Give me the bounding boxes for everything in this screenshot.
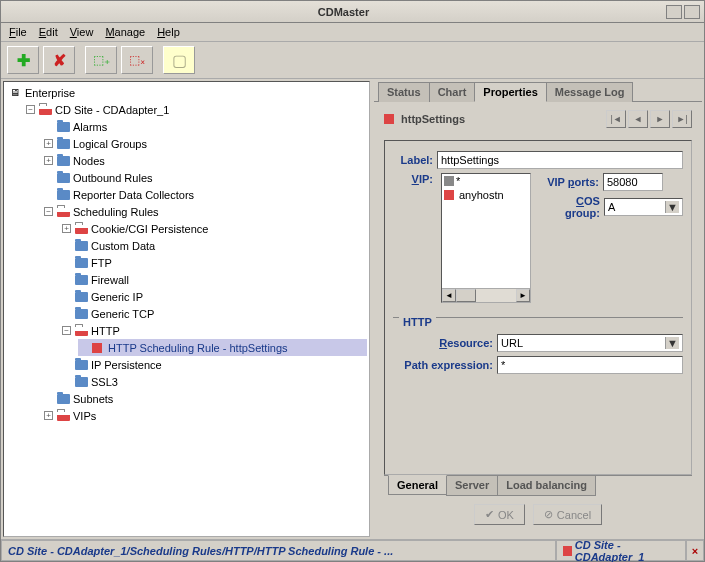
tree-reporter[interactable]: Reporter Data Collectors — [42, 186, 367, 203]
toggle-icon[interactable]: − — [62, 326, 71, 335]
note-button[interactable]: ▢ — [163, 46, 195, 74]
tree-ip-persist[interactable]: IP Persistence — [60, 356, 367, 373]
tree-nodes[interactable]: +Nodes — [42, 152, 367, 169]
tree-subnets[interactable]: Subnets — [42, 390, 367, 407]
resource-select[interactable]: URL ▼ — [497, 334, 683, 352]
tree-label: VIPs — [73, 410, 96, 422]
tree-label: Scheduling Rules — [73, 206, 159, 218]
tree-cookie[interactable]: +Cookie/CGI Persistence — [60, 220, 367, 237]
tree-generic-ip[interactable]: Generic IP — [60, 288, 367, 305]
tab-chart[interactable]: Chart — [429, 82, 476, 102]
statusbar: CD Site - CDAdapter_1/Scheduling Rules/H… — [1, 539, 704, 561]
menubar: File Edit View Manage Help — [1, 23, 704, 42]
path-label: Path expression: — [393, 359, 493, 371]
tree-label: HTTP Scheduling Rule - httpSettings — [108, 342, 288, 354]
tab-load-balancing[interactable]: Load balancing — [497, 476, 596, 496]
folder-icon — [75, 292, 88, 302]
folder-icon — [75, 377, 88, 387]
toggle-icon[interactable]: + — [44, 411, 53, 420]
folder-icon — [57, 139, 70, 149]
maximize-button[interactable] — [684, 5, 700, 19]
minimize-button[interactable] — [666, 5, 682, 19]
window-title: CDMaster — [21, 6, 666, 18]
status-close-button[interactable]: × — [686, 540, 704, 561]
tree-site[interactable]: − CD Site - CDAdapter_1 — [24, 101, 367, 118]
tree-firewall[interactable]: Firewall — [60, 271, 367, 288]
folder-icon — [75, 224, 88, 234]
ok-button[interactable]: ✔OK — [474, 504, 525, 525]
toggle-icon[interactable]: + — [44, 156, 53, 165]
menu-file[interactable]: File — [9, 26, 27, 38]
vip-item-all[interactable]: * — [442, 174, 530, 188]
toggle-icon[interactable]: + — [62, 224, 71, 233]
chevron-down-icon: ▼ — [665, 201, 679, 213]
nav-last-button[interactable]: ►| — [672, 110, 692, 128]
folder-icon — [75, 309, 88, 319]
tree-pane[interactable]: 🖥 Enterprise − CD Site - CDAdapter_1 Ala… — [3, 81, 370, 537]
ports-input[interactable] — [603, 173, 663, 191]
properties-panel: httpSettings |◄ ◄ ► ►| Label: — [374, 102, 702, 537]
tree-vips[interactable]: +VIPs — [42, 407, 367, 424]
toggle-icon[interactable]: − — [26, 105, 35, 114]
menu-view[interactable]: View — [70, 26, 94, 38]
tool-button-2[interactable]: ⬚ₓ — [121, 46, 153, 74]
status-site[interactable]: CD Site - CDAdapter_1 — [556, 540, 686, 561]
tree-http-rule[interactable]: HTTP Scheduling Rule - httpSettings — [78, 339, 367, 356]
properties-pane: Status Chart Properties Message Log http… — [374, 81, 702, 537]
menu-help[interactable]: Help — [157, 26, 180, 38]
folder-icon — [75, 275, 88, 285]
titlebar: CDMaster — [1, 1, 704, 23]
tree-generic-tcp[interactable]: Generic TCP — [60, 305, 367, 322]
tree-logical-groups[interactable]: +Logical Groups — [42, 135, 367, 152]
rule-icon — [92, 343, 102, 353]
menu-edit[interactable]: Edit — [39, 26, 58, 38]
tree-label: Generic IP — [91, 291, 143, 303]
tree-http[interactable]: −HTTP — [60, 322, 367, 339]
host-icon — [444, 190, 454, 200]
add-button[interactable]: ✚ — [7, 46, 39, 74]
tree-label: HTTP — [91, 325, 120, 337]
scroll-right-button[interactable]: ► — [516, 289, 530, 302]
scroll-left-button[interactable]: ◄ — [442, 289, 456, 302]
tab-general[interactable]: General — [388, 475, 447, 495]
tab-status[interactable]: Status — [378, 82, 430, 102]
scroll-thumb[interactable] — [456, 289, 476, 302]
tree-label: Generic TCP — [91, 308, 154, 320]
tree-alarms[interactable]: Alarms — [42, 118, 367, 135]
folder-icon — [75, 241, 88, 251]
label-input[interactable] — [437, 151, 683, 169]
folder-icon — [57, 190, 70, 200]
rule-icon — [384, 114, 394, 124]
tree-root[interactable]: 🖥 Enterprise — [6, 84, 367, 101]
cancel-button[interactable]: ⊘Cancel — [533, 504, 602, 525]
nav-first-button[interactable]: |◄ — [606, 110, 626, 128]
delete-button[interactable]: ✘ — [43, 46, 75, 74]
tree-ssl3[interactable]: SSL3 — [60, 373, 367, 390]
menu-manage[interactable]: Manage — [105, 26, 145, 38]
tab-properties[interactable]: Properties — [474, 82, 546, 102]
http-fieldset: HTTP Resource: URL ▼ Path expression: — [393, 317, 683, 378]
cos-select[interactable]: A ▼ — [604, 198, 683, 216]
vip-item-host[interactable]: anyhostn — [442, 188, 530, 202]
vip-listbox[interactable]: * anyhostn ◄ ► — [441, 173, 531, 303]
tree-custom[interactable]: Custom Data — [60, 237, 367, 254]
toggle-icon[interactable]: − — [44, 207, 53, 216]
toggle-icon[interactable]: + — [44, 139, 53, 148]
main-window: CDMaster File Edit View Manage Help ✚ ✘ … — [0, 0, 705, 562]
tool-button-1[interactable]: ⬚₊ — [85, 46, 117, 74]
label-label: Label: — [393, 154, 433, 166]
content-area: 🖥 Enterprise − CD Site - CDAdapter_1 Ala… — [1, 79, 704, 539]
tree-scheduling[interactable]: −Scheduling Rules — [42, 203, 367, 220]
nav-next-button[interactable]: ► — [650, 110, 670, 128]
tree-label: Logical Groups — [73, 138, 147, 150]
tab-server[interactable]: Server — [446, 476, 498, 496]
path-input[interactable] — [497, 356, 683, 374]
tree-outbound[interactable]: Outbound Rules — [42, 169, 367, 186]
folder-icon — [57, 411, 70, 421]
hscrollbar[interactable]: ◄ ► — [442, 288, 530, 302]
tree-ftp[interactable]: FTP — [60, 254, 367, 271]
folder-icon — [75, 326, 88, 336]
tab-message-log[interactable]: Message Log — [546, 82, 634, 102]
folder-icon — [57, 173, 70, 183]
nav-prev-button[interactable]: ◄ — [628, 110, 648, 128]
